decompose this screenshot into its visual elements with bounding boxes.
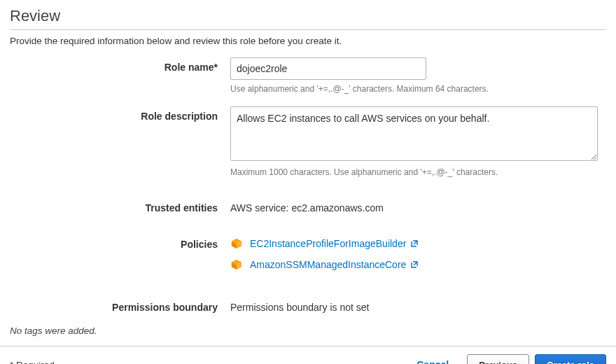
page-title: Review — [10, 7, 606, 30]
policy-item: AmazonSSMManagedInstanceCore — [230, 255, 606, 271]
role-name-hint: Use alphanumeric and '+=,.@-_' character… — [230, 84, 606, 94]
previous-button[interactable]: Previous — [467, 354, 529, 364]
policy-box-icon — [230, 258, 243, 271]
role-description-hint: Maximum 1000 characters. Use alphanumeri… — [230, 167, 606, 177]
permissions-boundary-label: Permissions boundary — [10, 298, 230, 313]
create-role-button[interactable]: Create role — [535, 354, 606, 364]
role-description-label: Role description — [10, 106, 230, 122]
cancel-button[interactable]: Cancel — [404, 354, 461, 364]
no-tags-text: No tags were added. — [10, 326, 606, 336]
policy-box-icon — [230, 237, 243, 250]
external-link-icon — [410, 260, 419, 269]
policy-link[interactable]: AmazonSSMManagedInstanceCore — [250, 259, 419, 270]
trusted-entities-value: AWS service: ec2.amazonaws.com — [230, 198, 606, 214]
trusted-entities-label: Trusted entities — [10, 198, 230, 214]
role-description-textarea[interactable] — [230, 106, 598, 161]
permissions-boundary-value: Permissions boundary is not set — [230, 298, 606, 313]
role-name-label: Role name* — [10, 57, 230, 73]
policy-link[interactable]: EC2InstanceProfileForImageBuilder — [250, 238, 419, 249]
footer-bar: * Required Cancel Previous Create role — [0, 346, 616, 364]
policies-list: EC2InstanceProfileForImageBuilder Amazon… — [230, 234, 606, 276]
policy-name: EC2InstanceProfileForImageBuilder — [250, 238, 406, 249]
policy-item: EC2InstanceProfileForImageBuilder — [230, 234, 606, 250]
role-name-input[interactable] — [230, 57, 426, 80]
required-note: * Required — [10, 360, 55, 365]
intro-text: Provide the required information below a… — [10, 36, 606, 46]
policy-name: AmazonSSMManagedInstanceCore — [250, 259, 406, 270]
policies-label: Policies — [10, 234, 230, 250]
external-link-icon — [410, 239, 419, 248]
